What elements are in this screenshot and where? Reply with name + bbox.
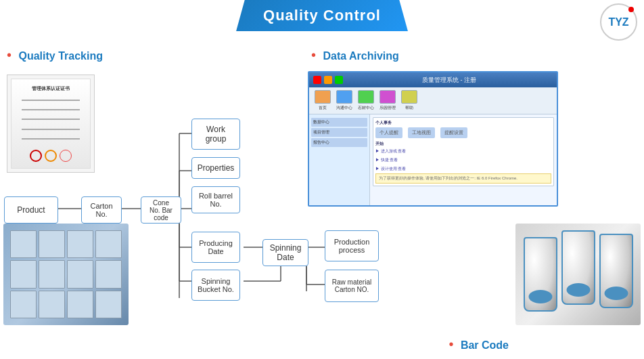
- bar-code-bullet: •: [448, 337, 453, 352]
- page-title: Quality Control: [236, 0, 408, 31]
- spinning-bucket-no-box: Spinning Bucket No.: [191, 270, 240, 301]
- bar-code-title: Bar Code: [461, 339, 509, 351]
- sw-sidebar-report: 报告中心: [311, 138, 367, 147]
- bar-code-section: • Bar Code: [448, 337, 509, 352]
- cert-line-4: [22, 129, 80, 130]
- quality-tracking-section: • Quality Tracking: [7, 47, 103, 63]
- producing-date-box: Producing Date: [191, 232, 240, 263]
- cert-line-5: [22, 138, 80, 140]
- sw-min-btn: [324, 76, 332, 84]
- sw-sidebar: 数据中心 项目管理 报告中心: [309, 114, 370, 205]
- sw-widget-tasks: 个人事务 个人提醒 工地视图 提醒设置 开始 ▶ 进入游戏 查看 ▶ 快捷 查看…: [373, 117, 554, 186]
- warehouse-image: [3, 224, 129, 325]
- sw-status-bar: 为了获得更好的操作体验, 请使用如下列出的浏览之一: IE 6.0 Firefo…: [375, 173, 551, 184]
- spinning-date-box: Spinning Date: [262, 239, 308, 266]
- sw-max-btn: [335, 76, 343, 84]
- yarn-spool-3: [599, 234, 633, 308]
- warehouse-box-6: [39, 260, 65, 288]
- logo-dot: [628, 7, 634, 12]
- roll-barrel-no-box: Roll barrel No.: [191, 186, 240, 213]
- certificate-image: 管理体系认证证书: [7, 75, 95, 173]
- sw-toolbar: 首页 沟通中心 石材中心 乐园管理 帮助: [309, 87, 557, 114]
- sw-sidebar-proj: 项目管理: [311, 128, 367, 137]
- sw-icon-home: 首页: [315, 90, 331, 111]
- sw-icon-park: 乐园管理: [380, 90, 396, 111]
- work-group-box: Work group: [191, 119, 240, 150]
- sw-icon-comm: 沟通中心: [336, 90, 352, 111]
- cert-seal-2: [45, 150, 57, 162]
- sw-titlebar: 质量管理系统 - 注册: [309, 72, 557, 87]
- sw-body: 数据中心 项目管理 报告中心 个人事务 个人提醒 工地视图 提醒设置 开始 ▶ …: [309, 114, 557, 205]
- cert-seal-1: [30, 150, 42, 162]
- warehouse-box-8: [95, 260, 122, 288]
- sw-close-btn: [313, 76, 321, 84]
- product-box: Product: [4, 196, 58, 224]
- logo-text: TYZ: [608, 16, 628, 28]
- sw-title-text: 质量管理系统 - 注册: [346, 76, 553, 85]
- warehouse-box-2: [39, 230, 65, 258]
- sw-sidebar-data: 数据中心: [311, 118, 367, 127]
- data-bullet-icon: •: [311, 47, 316, 62]
- logo: TYZ: [600, 3, 637, 41]
- software-screenshot: 质量管理系统 - 注册 首页 沟通中心 石材中心 乐园管理 帮助 数据中心 项目…: [308, 71, 558, 207]
- sw-icon-help: 帮助: [401, 90, 417, 111]
- warehouse-box-12: [95, 291, 122, 318]
- warehouse-box-10: [39, 291, 65, 318]
- warehouse-box-1: [10, 230, 37, 258]
- carton-no-box: Carton No.: [81, 196, 122, 224]
- yarn-spool-2: [561, 230, 595, 305]
- production-process-box: Production process: [325, 230, 379, 261]
- warehouse-box-4: [95, 230, 122, 258]
- data-archiving-section: • Data Archiving: [311, 47, 399, 63]
- cone-no-bar-code-box: Cone No. Bar code: [141, 196, 181, 224]
- warehouse-box-5: [10, 260, 37, 288]
- quality-tracking-title: Quality Tracking: [18, 50, 102, 62]
- warehouse-box-3: [67, 230, 93, 258]
- data-archiving-title: Data Archiving: [323, 50, 398, 62]
- raw-material-carton-no-box: Raw material Carton NO.: [325, 270, 379, 302]
- cert-line-2: [22, 109, 80, 110]
- cert-seal-3: [60, 150, 72, 162]
- warehouse-box-7: [67, 260, 93, 288]
- yarn-image: [515, 224, 641, 325]
- bullet-icon: •: [7, 47, 12, 62]
- cert-seals: [30, 150, 72, 162]
- sw-main-area: 个人事务 个人提醒 工地视图 提醒设置 开始 ▶ 进入游戏 查看 ▶ 快捷 查看…: [370, 114, 557, 205]
- warehouse-boxes-grid: [3, 224, 129, 325]
- yarn-spool-1: [524, 237, 557, 312]
- properties-box: Properties: [191, 157, 240, 179]
- cert-line-1: [22, 100, 80, 101]
- sw-icon-stone: 石材中心: [358, 90, 374, 111]
- warehouse-box-9: [10, 291, 37, 318]
- cert-title: 管理体系认证证书: [32, 85, 70, 92]
- cert-line-3: [22, 119, 80, 120]
- warehouse-box-11: [67, 291, 93, 318]
